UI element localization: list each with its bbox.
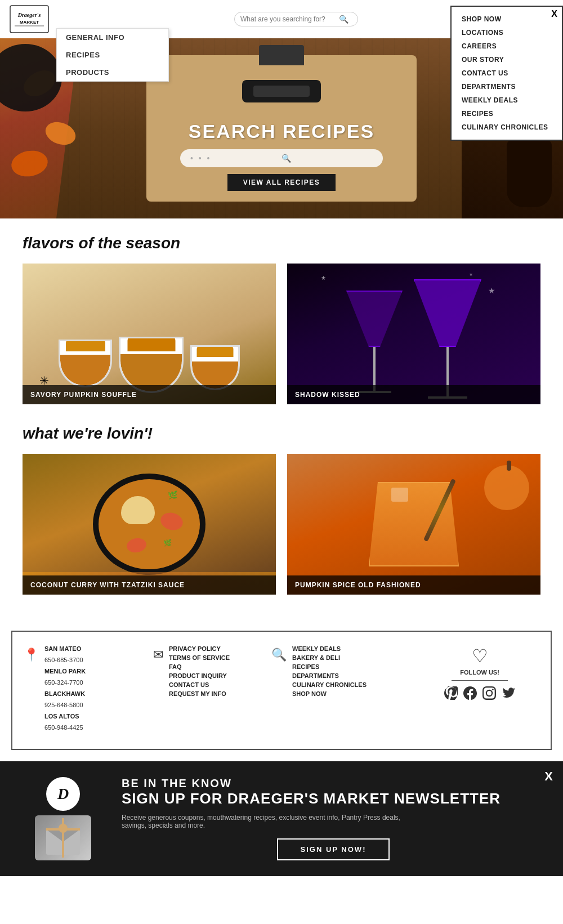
footer-menlopark-phone: 650-324-7700 [44,679,86,686]
footer-policy-col: ✉ PRIVACY POLICY TERMS OF SERVICE FAQ PR… [153,645,266,699]
nav-menu: X SHOP NOW LOCATIONS CAREERS OUR STORY C… [450,6,563,141]
search-icon[interactable]: 🔍 [339,15,348,24]
recipe-card-pumpkin-label: PUMPKIN SPICE OLD FASHIONED [287,575,540,595]
footer-location-menlopark: MENLO PARK 650-324-7700 [44,668,86,686]
main-content: flavors of the season ✳ [0,218,563,631]
section1-cards-grid: ✳ SAVORY PUMPKIN SOUFFLE ★ ★ [23,264,540,404]
svg-point-9 [59,824,68,833]
footer-policy-links: PRIVACY POLICY TERMS OF SERVICE FAQ PROD… [169,645,230,699]
footer-privacy-link[interactable]: PRIVACY POLICY [169,645,230,652]
instagram-icon[interactable] [482,686,496,703]
footer-blackhawk-phone: 925-648-5800 [44,702,86,708]
nav-careers[interactable]: CAREERS [452,39,562,53]
newsletter-close-button[interactable]: X [544,769,553,784]
footer-social-col: ♡ FOLLOW US! [423,645,536,703]
newsletter-banner: X D BE IN THE KNOW SIGN UP FOR DRAEGER'S… [0,761,563,876]
clipboard-clip [259,45,304,65]
recipe-card-curry-label: COCONUT CURRY WITH TZATZIKI SAUCE [23,575,276,595]
nav-culinary[interactable]: CULINARY CHRONICLES [452,120,562,134]
recipe-card-souffle-label: SAVORY PUMPKIN SOUFFLE [23,385,276,404]
header: Draeger's MARKET 🔍 GENERAL INFO RECIPES … [0,0,563,38]
newsletter-logo-area: D [18,777,108,860]
stapler-icon [242,80,321,102]
footer-mail-row: ✉ PRIVACY POLICY TERMS OF SERVICE FAQ PR… [153,645,266,699]
footer-sanmateo-name: SAN MATEO [44,645,86,652]
footer-request-info-link[interactable]: REQUEST MY INFO [169,690,230,697]
svg-rect-0 [9,5,50,34]
footer-blackhawk-name: BLACKHAWK [44,690,86,697]
footer: 📍 SAN MATEO 650-685-3700 MENLO PARK 650-… [11,631,552,750]
footer-menlopark-name: MENLO PARK [44,668,86,675]
footer-culinary-link[interactable]: CULINARY CHRONICLES [292,681,367,688]
view-all-recipes-button[interactable]: VIEW ALL RECIPES [227,174,336,191]
footer-losaltos-phone: 650-948-4425 [44,724,86,731]
facebook-icon[interactable] [463,686,477,703]
heart-icon: ♡ [472,645,488,667]
footer-contact-link[interactable]: CONTACT US [169,681,230,688]
footer-locations-col: 📍 SAN MATEO 650-685-3700 MENLO PARK 650-… [24,645,148,735]
search-bar[interactable]: 🔍 [234,12,358,26]
footer-search-row: 🔍 WEEKLY DEALS BAKERY & DELI RECIPES DEP… [271,645,418,699]
location-pin-icon: 📍 [24,648,39,662]
hero-clipboard: SEARCH RECIPES • • • 🔍 VIEW ALL RECIPES [146,55,417,202]
footer-faq-link[interactable]: FAQ [169,663,230,670]
social-icons-row [444,686,515,703]
search-dropdown: GENERAL INFO RECIPES PRODUCTS [56,28,169,82]
nav-close-button[interactable]: X [551,9,557,19]
newsletter-text-area: BE IN THE KNOW SIGN UP FOR DRAEGER'S MAR… [122,777,545,860]
logo[interactable]: Draeger's MARKET [9,5,50,34]
hero-search-dots: • • • [190,154,282,163]
footer-site-links: WEEKLY DEALS BAKERY & DELI RECIPES DEPAR… [292,645,367,699]
search-input[interactable] [240,15,339,23]
newsletter-signup-button[interactable]: SIGN UP NOW! [277,838,390,860]
newsletter-description: Receive generous coupons, mouthwatering … [122,814,414,829]
footer-sanmateo-phone: 650-685-3700 [44,657,86,663]
newsletter-d-logo: D [46,777,80,811]
boot-decor [507,140,552,207]
recipe-card-curry[interactable]: 🌿 🌿 COCONUT CURRY WITH TZATZIKI SAUCE [23,454,276,595]
footer-shop-link[interactable]: SHOP NOW [292,690,367,697]
section2-cards-grid: 🌿 🌿 COCONUT CURRY WITH TZATZIKI SAUCE [23,454,540,595]
hero-search-icon[interactable]: 🔍 [282,154,373,163]
svg-text:Draeger's: Draeger's [17,12,41,18]
pinterest-icon[interactable] [444,686,458,703]
footer-product-inquiry-link[interactable]: PRODUCT INQUIRY [169,672,230,679]
twitter-icon[interactable] [502,686,515,703]
nav-recipes[interactable]: RECIPES [452,107,562,120]
nav-contact-us[interactable]: CONTACT US [452,66,562,80]
nav-locations[interactable]: LOCATIONS [452,26,562,39]
recipe-card-shadow-label: SHADOW KISSED [287,385,540,404]
footer-location-blackhawk: BLACKHAWK 925-648-5800 [44,690,86,708]
recipe-card-shadow[interactable]: ★ ★ ★ SHADOW KISSED [287,264,540,404]
mail-icon: ✉ [153,648,163,662]
footer-tos-link[interactable]: TERMS OF SERVICE [169,654,230,661]
footer-losaltos-name: LOS ALTOS [44,713,86,720]
footer-pin-row: 📍 SAN MATEO 650-685-3700 MENLO PARK 650-… [24,645,148,735]
follow-divider [452,680,508,681]
section2-title: what we're lovin'! [23,425,540,443]
dropdown-item-products[interactable]: PRODUCTS [57,64,168,81]
footer-locations-list: SAN MATEO 650-685-3700 MENLO PARK 650-32… [44,645,86,735]
section1-title: flavors of the season [23,234,540,252]
recipe-card-pumpkin[interactable]: PUMPKIN SPICE OLD FASHIONED [287,454,540,595]
dropdown-item-general[interactable]: GENERAL INFO [57,29,168,46]
follow-label: FOLLOW US! [460,669,499,676]
newsletter-title2: SIGN UP FOR DRAEGER'S MARKET NEWSLETTER [122,790,545,807]
footer-bakery-link[interactable]: BAKERY & DELI [292,654,367,661]
newsletter-title1: BE IN THE KNOW [122,777,545,790]
nav-shop-now[interactable]: SHOP NOW [452,12,562,26]
newsletter-envelope-icon [35,815,91,860]
footer-site-links-col: 🔍 WEEKLY DEALS BAKERY & DELI RECIPES DEP… [271,645,418,699]
footer-departments-link[interactable]: DEPARTMENTS [292,672,367,679]
svg-text:MARKET: MARKET [20,20,39,25]
hero-search-bar[interactable]: • • • 🔍 [180,149,383,167]
footer-location-losaltos: LOS ALTOS 650-948-4425 [44,713,86,731]
footer-weekly-deals-link[interactable]: WEEKLY DEALS [292,645,367,652]
dropdown-item-recipes[interactable]: RECIPES [57,46,168,64]
footer-location-sanmateo: SAN MATEO 650-685-3700 [44,645,86,663]
nav-our-story[interactable]: OUR STORY [452,53,562,66]
recipe-card-souffle[interactable]: ✳ SAVORY PUMPKIN SOUFFLE [23,264,276,404]
footer-recipes-link[interactable]: RECIPES [292,663,367,670]
nav-departments[interactable]: DEPARTMENTS [452,80,562,93]
nav-weekly-deals[interactable]: WEEKLY DEALS [452,93,562,107]
